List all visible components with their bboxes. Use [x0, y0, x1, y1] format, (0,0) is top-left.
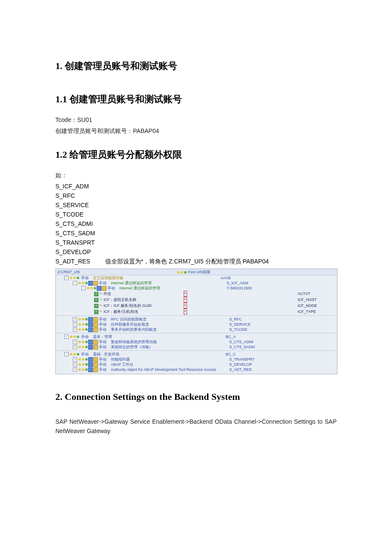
text-such-as: 如： — [55, 171, 337, 180]
object-icon — [88, 345, 93, 350]
permission-s-cts-admi: S_CTS_ADMI — [55, 219, 337, 228]
text-create-account: 创建管理员账号和测试账号：PABAP04 — [55, 126, 337, 136]
red-highlight-box: * — [184, 297, 187, 303]
sap-role-desc: Fiori UI5权限 — [188, 270, 210, 274]
object-icon — [88, 362, 93, 367]
sap-field-icf-host: ICF：虚拟主机名称 — [104, 298, 137, 302]
sap-manual-label: 手动 — [99, 280, 107, 286]
sap-manual-label: 手动 — [99, 344, 107, 350]
sap-field-icf-host-code: ICF_HOST — [298, 297, 317, 302]
permission-s-adt-res-row: S_ADT_RES 值全部设置为*，将角色 Z:CRM7_UI5 分配给管理员 … — [55, 257, 337, 266]
sap-code-s-develop: S_DEVELOP — [229, 362, 252, 367]
heading-1-2: 1.2 给管理员账号分配额外权限 — [55, 148, 337, 161]
sap-code-profile: T-S651011500 — [227, 286, 252, 291]
object-icon — [88, 367, 93, 372]
sap-manual-label: 手动 — [99, 317, 107, 322]
permission-s-cts-sadm: S_CTS_SADM — [55, 228, 337, 238]
sap-node-cross-app: 交叉应用权限对象 — [93, 275, 124, 280]
sap-manual-label: 手动 — [81, 334, 89, 339]
sap-field-icf-type-code: ICF_TYPE — [298, 309, 316, 314]
star-icon: * — [94, 292, 98, 296]
sap-authorization-tree-screenshot: Z:CRM7_UI5 Fiori UI5权限 − 手动 交叉应用权限对象 AAA… — [55, 269, 337, 374]
sap-manual-label: 手动 — [99, 357, 107, 362]
permission-s-adt-res: S_ADT_RES — [55, 258, 90, 265]
sap-code-s-transprt: S_TRANSPRT — [229, 357, 254, 362]
sap-manual-label: 手动 — [81, 352, 89, 357]
red-highlight-box: * — [184, 309, 187, 315]
sap-manual-label: 手动 — [99, 327, 107, 332]
sap-manual-label: 手动 — [107, 286, 115, 291]
sap-node-adt-auth: Authority object for ABAP Development To… — [111, 367, 229, 372]
sap-code-bc-a: BC_A — [226, 334, 236, 339]
sap-node-rfc-check: RFC 访问的权限检查 — [111, 317, 229, 322]
star-icon: * — [94, 304, 98, 308]
permission-s-rfc: S_RFC — [55, 191, 337, 200]
sap-code-s-adt-res: S_ADT_RES — [229, 367, 252, 372]
sap-node-dev-env: 基础 - 开发环境 — [93, 352, 226, 357]
heading-1-1: 1.1 创建管理员账号和测试账号 — [55, 93, 337, 106]
expand-icon: − — [64, 352, 69, 356]
sap-manual-label: 手动 — [99, 367, 107, 372]
sap-role-name: Z:CRM7_UI5 — [58, 270, 80, 274]
expand-icon: − — [81, 286, 86, 290]
expand-icon: + — [73, 345, 77, 349]
permission-s-tcode: S_TCODE — [55, 210, 337, 219]
expand-icon: + — [73, 357, 77, 361]
person-icon — [93, 281, 98, 286]
red-highlight-box: * — [184, 303, 187, 309]
sap-node-basic-admin: 基本：管理 — [93, 334, 226, 339]
object-icon — [88, 340, 93, 344]
heading-1: 1. 创建管理员账号和测试账号 — [55, 60, 337, 72]
text-tcode: Tcode：SU01 — [55, 115, 337, 124]
sap-manual-label: 手动 — [99, 362, 107, 367]
person-icon — [93, 345, 98, 350]
permission-s-icf-adm: S_ICF_ADM — [55, 182, 337, 191]
sap-field-icf-guid: ICF：ICF 服务/别名的 GUID — [104, 304, 152, 308]
folder-icon — [102, 286, 107, 291]
star-icon: * — [94, 298, 98, 302]
person-icon — [93, 367, 98, 372]
sap-code-s-service: S_SERVICE — [229, 322, 251, 327]
sap-field-actvt: ACTVT — [298, 291, 311, 296]
sap-node-transport-mgmt: 更改和传输系统的管理功能 — [111, 339, 229, 344]
expand-icon: + — [73, 327, 77, 332]
pencil-icon: ✎ — [99, 304, 103, 308]
pencil-icon: ✎ — [99, 292, 103, 296]
sap-node-transport-org: 传输组织器 — [111, 357, 229, 362]
sap-code-s-cts-sadm: S_CTS_SADM — [229, 344, 255, 350]
sap-code-s-icf-adm: S_ICF_ADM — [227, 280, 248, 286]
expand-icon: − — [64, 276, 69, 280]
pencil-icon: ✎ — [99, 298, 103, 302]
object-icon — [88, 281, 93, 286]
permission-last-note: 值全部设置为*，将角色 Z:CRM7_UI5 分配给管理员 PABAP04 — [105, 258, 269, 265]
star-icon: * — [94, 310, 98, 314]
person-icon — [93, 317, 98, 322]
expand-icon: + — [73, 362, 77, 367]
heading-2: 2. Connection Settings on the Backend Sy… — [55, 391, 337, 402]
expand-icon: − — [64, 335, 69, 339]
expand-icon: + — [73, 367, 77, 372]
text-connection-path: SAP NetWeaver->Gateway Service Enablemen… — [55, 417, 337, 436]
pencil-icon: ✎ — [99, 309, 103, 314]
expand-icon: + — [73, 340, 77, 344]
sap-field-icf-node-code: ICF_NODE — [298, 303, 317, 308]
sap-manual-label: 手动 — [81, 275, 89, 280]
object-icon — [88, 317, 93, 322]
permission-s-service: S_SERVICE — [55, 200, 337, 210]
sap-node-system-admin: 系统特定的管理（传输） — [111, 344, 229, 350]
object-icon — [88, 327, 93, 332]
sap-node-abap-workbench: ABAP 工作台 — [111, 362, 229, 367]
sap-node-icf-mgmt-auth: Internet 通信框架的管理 — [119, 286, 160, 291]
person-icon — [93, 340, 98, 344]
sap-node-icf-mgmt: Internet 通信框架的管理 — [111, 280, 152, 286]
sap-field-icf-type: ICF：服务/主机/别名 — [104, 309, 139, 314]
expand-icon: + — [73, 317, 77, 321]
red-highlight-box: * — [184, 291, 187, 297]
sap-node-tcode-check: 事务开始时的事务代码检查 — [111, 327, 229, 332]
sap-manual-label: 手动 — [99, 322, 107, 327]
sap-node-ext-service: 任外部服务开始处检查 — [111, 322, 229, 327]
sap-code-s-tcode: S_TCODE — [229, 327, 248, 332]
sap-code-aaab: AAAB — [221, 275, 231, 280]
object-icon — [88, 322, 93, 327]
sap-field-activity: 作业 — [104, 292, 111, 296]
